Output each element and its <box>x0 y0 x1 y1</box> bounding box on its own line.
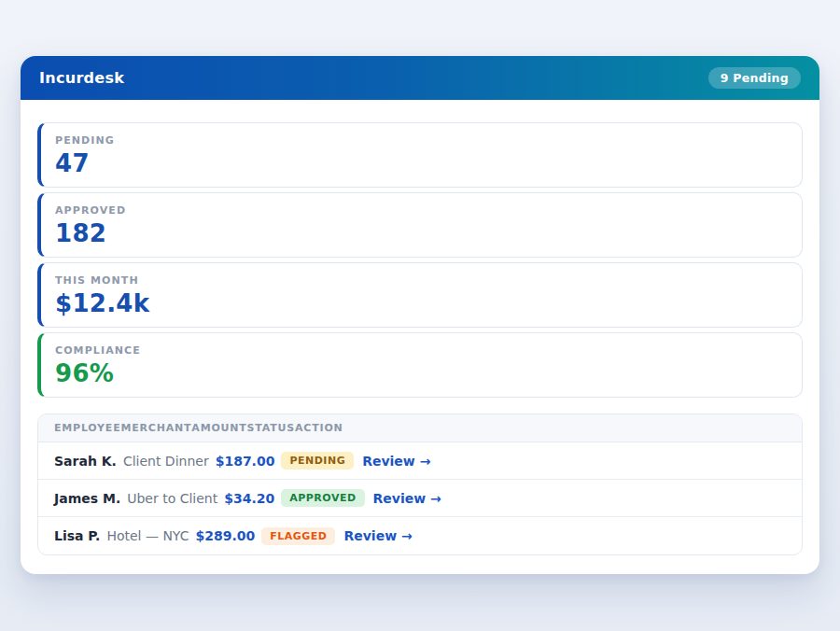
column-header-employee: EMPLOYEE <box>54 422 121 434</box>
table-header-row: EMPLOYEEMERCHANTAMOUNTSTATUSACTION <box>38 414 802 442</box>
app-header: Incurdesk 9 Pending <box>21 56 819 100</box>
review-link[interactable]: Review → <box>362 454 430 469</box>
column-header-amount: AMOUNT <box>191 422 246 434</box>
review-link[interactable]: Review → <box>373 491 441 506</box>
table-row: Sarah K. Client Dinner $187.00 PENDING R… <box>38 442 802 480</box>
stat-value: 47 <box>55 150 788 177</box>
stat-card-pending: PENDING 47 <box>37 122 803 188</box>
employee-name: Sarah K. <box>54 454 117 469</box>
merchant-name: Uber to Client <box>127 491 217 506</box>
app-title: Incurdesk <box>39 69 124 87</box>
stat-card-compliance: COMPLIANCE 96% <box>37 332 803 398</box>
stat-label: COMPLIANCE <box>55 344 788 357</box>
stat-card-this-month: THIS MONTH $12.4k <box>37 262 803 328</box>
status-badge: FLAGGED <box>261 527 335 545</box>
stat-value: 96% <box>55 360 788 387</box>
column-header-status: STATUS <box>247 422 295 434</box>
pending-count-badge: 9 Pending <box>708 67 801 89</box>
app-body: PENDING 47 APPROVED 182 THIS MONTH $12.4… <box>21 100 819 574</box>
table-row: James M. Uber to Client $34.20 APPROVED … <box>38 480 802 517</box>
column-header-merchant: MERCHANT <box>121 422 192 434</box>
expense-amount: $289.00 <box>195 528 255 543</box>
merchant-name: Client Dinner <box>123 454 209 469</box>
status-badge: PENDING <box>281 452 354 470</box>
stat-card-approved: APPROVED 182 <box>37 192 803 258</box>
table-row: Lisa P. Hotel — NYC $289.00 FLAGGED Revi… <box>38 517 802 554</box>
stat-value: $12.4k <box>55 290 788 317</box>
column-header-action: ACTION <box>295 422 343 434</box>
status-badge: APPROVED <box>281 489 364 507</box>
stat-label: PENDING <box>55 134 788 147</box>
stat-label: THIS MONTH <box>55 274 788 287</box>
review-link[interactable]: Review → <box>343 528 412 543</box>
expense-table: EMPLOYEEMERCHANTAMOUNTSTATUSACTION Sarah… <box>37 414 803 555</box>
app-card: Incurdesk 9 Pending PENDING 47 APPROVED … <box>21 56 819 574</box>
stat-label: APPROVED <box>55 204 788 217</box>
stat-value: 182 <box>55 220 788 247</box>
expense-amount: $34.20 <box>224 491 274 506</box>
employee-name: James M. <box>54 491 120 506</box>
employee-name: Lisa P. <box>54 528 100 543</box>
expense-amount: $187.00 <box>216 454 275 469</box>
merchant-name: Hotel — NYC <box>106 528 189 543</box>
